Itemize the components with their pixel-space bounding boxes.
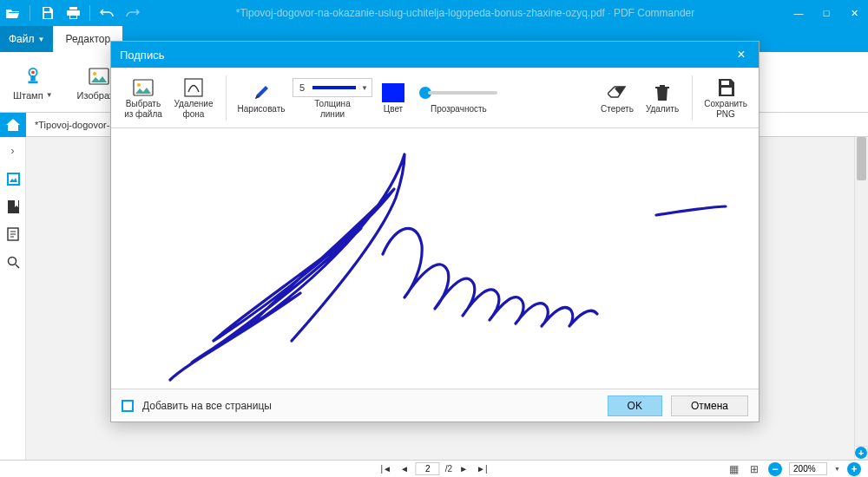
chevron-down-icon: ▼ [38,36,45,43]
page-total: /2 [445,464,452,474]
slider-track[interactable] [428,91,497,95]
chevron-down-icon: ▼ [46,91,53,99]
zoom-in-button[interactable]: + [847,462,861,476]
opacity-label: Прозрачность [431,104,486,114]
save-png-label: Сохранить PNG [704,99,747,119]
from-file-tool[interactable]: Выбрать из файла [118,73,168,122]
prev-page-button[interactable]: ◄ [398,464,411,474]
cancel-button[interactable]: Отмена [671,395,748,416]
svg-rect-11 [185,79,202,96]
ok-button[interactable]: OK [608,395,662,416]
svg-point-1 [31,70,35,74]
tab-label: Редактор [65,33,110,45]
dialog-title: Подпись [120,49,164,62]
maximize-button[interactable]: □ [812,0,840,26]
draw-tool[interactable]: Нарисовать [233,78,289,118]
fit-page-icon[interactable]: ▦ [727,462,740,476]
thickness-value: 5 [297,82,307,93]
draw-label: Нарисовать [238,104,286,114]
svg-point-10 [137,83,141,87]
thumbnails-icon[interactable] [0,165,26,193]
window-title: *Tipovoj-dogovor-na-okazanie-uslug-uchit… [146,7,785,19]
svg-point-3 [93,72,96,75]
erase-tool[interactable]: Стереть [595,78,640,118]
eraser-icon [608,82,627,104]
vertical-scrollbar[interactable] [854,137,868,460]
delete-label: Удалить [646,104,679,114]
add-page-button[interactable]: + [854,446,868,460]
redo-icon[interactable] [120,0,146,26]
search-icon[interactable] [0,248,26,276]
from-file-label: Выбрать из файла [123,99,163,119]
sidebar-expand[interactable]: › [0,137,25,165]
svg-point-8 [8,257,16,265]
scrollbar-thumb[interactable] [857,137,866,180]
signature-canvas[interactable] [111,128,759,389]
color-picker[interactable]: Цвет [376,78,411,118]
thickness-control[interactable]: 5 ▼ Толщина линии [289,73,376,122]
open-icon[interactable] [0,0,26,26]
minimize-button[interactable]: — [785,0,812,26]
save-png-tool[interactable]: Сохранить PNG [700,73,752,122]
zoom-input[interactable] [789,462,827,475]
chevron-down-icon[interactable]: ▼ [834,466,840,472]
first-page-button[interactable]: |◄ [378,464,393,474]
save-icon [717,76,734,99]
erase-label: Стереть [601,104,634,114]
apply-all-label: Добавить на все страницы [142,400,272,412]
signature-toolbar: Выбрать из файла Удаление фона Нарисоват… [111,68,759,128]
dialog-footer: Добавить на все страницы OK Отмена [111,389,759,421]
close-button[interactable]: ✕ [840,0,868,26]
stamp-label: Штамп [13,90,43,101]
pen-icon [253,82,270,104]
save-icon[interactable] [34,0,60,26]
signature-dialog: Подпись × Выбрать из файла Удаление фона [110,41,760,422]
file-menu-label: Файл [9,33,35,45]
fit-width-icon[interactable]: ⊞ [747,462,761,476]
stamp-icon [21,64,45,88]
image-icon [133,76,154,99]
dialog-titlebar[interactable]: Подпись × [111,42,759,68]
page-navigator: |◄ ◄ /2 ► ►| [378,462,489,475]
bookmarks-icon[interactable] [0,193,26,220]
thickness-preview [312,86,356,89]
apply-all-checkbox[interactable] [122,400,134,412]
next-page-button[interactable]: ► [457,464,470,474]
file-menu[interactable]: Файл ▼ [0,26,53,52]
thickness-label: Толщина линии [305,99,360,119]
trash-icon [655,82,669,104]
delete-tool[interactable]: Удалить [640,78,685,118]
remove-bg-tool[interactable]: Удаление фона [168,73,219,122]
home-tab[interactable] [0,113,26,137]
image-icon [87,64,111,88]
signature-stroke [118,128,752,389]
color-label: Цвет [384,104,403,114]
attachments-icon[interactable] [0,220,26,248]
stamp-tool[interactable]: Штамп▼ [13,64,53,101]
page-input[interactable] [416,462,440,475]
print-icon[interactable] [60,0,86,26]
dialog-close-button[interactable]: × [733,47,750,62]
chevron-down-icon: ▼ [361,84,368,92]
remove-bg-icon [184,76,203,99]
last-page-button[interactable]: ►| [475,464,490,474]
remove-bg-label: Удаление фона [174,99,214,119]
left-sidebar: › [0,113,26,460]
undo-icon[interactable] [94,0,120,26]
statusbar: |◄ ◄ /2 ► ►| ▦ ⊞ − ▼ + [0,460,868,477]
titlebar: *Tipovoj-dogovor-na-okazanie-uslug-uchit… [0,0,868,26]
color-swatch[interactable] [382,83,404,102]
opacity-control[interactable]: Прозрачность [411,78,506,118]
zoom-out-button[interactable]: − [768,462,782,476]
svg-rect-5 [9,174,18,184]
